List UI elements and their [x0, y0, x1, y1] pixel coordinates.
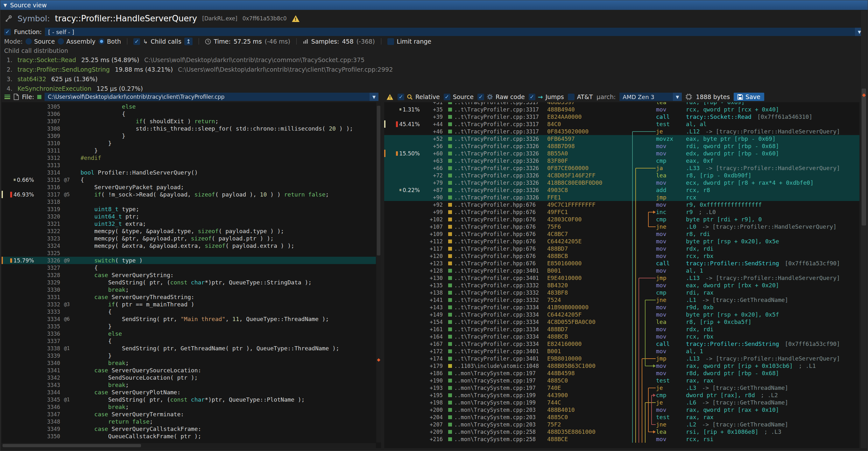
- source-line[interactable]: 3328 case ServerQueryString:: [2, 271, 376, 279]
- asm-source-location[interactable]: ..t\TracyProfiler.cpp:3326: [454, 136, 547, 142]
- asm-source-location[interactable]: ..mon\TracySystem.cpp:203: [454, 407, 547, 413]
- asm-source-location[interactable]: ..t\TracyProfiler.hpp:676: [454, 260, 547, 267]
- source-vertical-scrollbar[interactable]: ◆: [376, 102, 381, 442]
- source-line[interactable]: 3338@1 SendString( ptr, GetThreadName( p…: [2, 344, 376, 352]
- asm-source-location[interactable]: ..t\TracyProfiler.cpp:3326: [454, 165, 547, 171]
- source-line[interactable]: 3333 {: [2, 308, 376, 315]
- asm-row[interactable]: +135..t\TracyProfiler.cpp:33328B4320move…: [384, 281, 859, 289]
- asm-row[interactable]: +161..t\TracyProfiler.cpp:3334488BD7movr…: [384, 326, 859, 333]
- asm-source-location[interactable]: ..mon\TracySystem.cpp:258: [454, 436, 547, 442]
- asm-row[interactable]: +154..t\TracyProfiler.cpp:33344C8D055FBA…: [384, 318, 859, 326]
- source-line[interactable]: 3310 }: [2, 140, 376, 147]
- source-line[interactable]: 3309 }: [2, 132, 376, 140]
- source-line[interactable]: 3349 case ServerQueryCallstackFrame:: [2, 425, 376, 432]
- uarch-combo[interactable]: AMD Zen 3 ▼: [619, 93, 682, 101]
- limit-range-checkbox[interactable]: [388, 38, 394, 45]
- source-line[interactable]: 3318: [2, 198, 376, 205]
- asm-row[interactable]: +107..t\TracyProfiler.hpp:67675F6jne.L0-…: [384, 223, 859, 230]
- child-call-row[interactable]: 2.tracy::Profiler::SendLongString19.88 m…: [4, 65, 864, 74]
- source-toggle[interactable]: ✓ Source: [444, 93, 474, 100]
- function-combo[interactable]: [ - self - ] ▼: [45, 28, 864, 36]
- asm-row[interactable]: +52..t\TracyProfiler.cpp:33260FB64597mov…: [384, 135, 859, 142]
- source-line[interactable]: 3325: [2, 249, 376, 257]
- source-line[interactable]: 3312#endif: [2, 154, 376, 161]
- child-calls-checkbox[interactable]: ✓: [133, 38, 140, 45]
- child-call-name[interactable]: KeSynchronizeExecution: [18, 85, 91, 92]
- source-line[interactable]: 3342 SendSourceLocation( ptr );: [2, 374, 376, 381]
- asm-source-location[interactable]: ..t\TracyProfiler.cpp:3326: [454, 150, 547, 157]
- relative-toggle[interactable]: ✓ Relative: [398, 93, 440, 100]
- asm-source-location[interactable]: ..t\TracyProfiler.hpp:676: [454, 231, 547, 237]
- source-line[interactable]: 3311 }: [2, 147, 376, 154]
- asm-row[interactable]: 0.22%+87..t\TracyProfiler.cpp:33264903C8…: [384, 186, 859, 194]
- relative-checkbox[interactable]: ✓: [398, 94, 404, 100]
- att-checkbox[interactable]: [568, 94, 575, 100]
- asm-row[interactable]: +109..t\TracyProfiler.hpp:6764C8BC7movr8…: [384, 230, 859, 238]
- asm-row[interactable]: +56..t\TracyProfiler.cpp:3326488B7D98mov…: [384, 142, 859, 150]
- source-line[interactable]: 3340 break;: [2, 359, 376, 367]
- child-call-row[interactable]: 4.KeSynchronizeExecution125 μs (0.27%): [4, 84, 864, 92]
- source-line[interactable]: 3327 {: [2, 264, 376, 271]
- asm-row[interactable]: +92..t\TracyProfiler.hpp:67649C7C1FFFFFF…: [384, 201, 859, 208]
- asm-source-location[interactable]: ..t\TracyProfiler.cpp:3401: [454, 275, 547, 281]
- child-call-name[interactable]: stat64i32: [18, 76, 46, 83]
- asm-row[interactable]: +79..t\TracyProfiler.cpp:3326418B8C80E0B…: [384, 179, 859, 186]
- asm-row[interactable]: +117..t\TracyProfiler.hpp:676488BD7movrd…: [384, 245, 859, 252]
- asm-row[interactable]: +66..t\TracyProfiler.cpp:33260F87CE06000…: [384, 164, 859, 172]
- source-line[interactable]: 3319 uint8_t type;: [2, 205, 376, 213]
- source-line[interactable]: 3320 uint64_t ptr;: [2, 213, 376, 220]
- source-line[interactable]: 3329 SendString( ptr, (const char*)ptr, …: [2, 279, 376, 286]
- source-line[interactable]: 3323 memcpy( &ptr, &payload.ptr, sizeof(…: [2, 235, 376, 242]
- collapse-icon[interactable]: ▼: [3, 3, 7, 8]
- child-call-row[interactable]: 3.stat64i32625 μs (1.36%): [4, 74, 864, 84]
- asm-source-location[interactable]: ..mon\TracySystem.cpp:197: [454, 385, 547, 391]
- source-line[interactable]: 3324 memcpy( &extra, &payload.extra, siz…: [2, 242, 376, 249]
- asm-row[interactable]: +72..t\TracyProfiler.cpp:33264C8D05F146F…: [384, 172, 859, 179]
- asm-row[interactable]: +102..t\TracyProfiler.hpp:67642803C0F00c…: [384, 216, 859, 223]
- asm-source-location[interactable]: ..t\TracyProfiler.cpp:3401: [454, 348, 547, 355]
- asm-source-location[interactable]: ..t\TracyProfiler.cpp:3334: [454, 311, 547, 318]
- asm-source-location[interactable]: ..t\TracyProfiler.cpp:3401: [454, 268, 547, 274]
- source-line[interactable]: 3306 {: [2, 110, 376, 118]
- asm-source-location[interactable]: ..mon\TracySystem.cpp:197: [454, 378, 547, 384]
- window-vertical-scrollbar[interactable]: ◆: [861, 10, 867, 448]
- asm-source-location[interactable]: ..t\TracyProfiler.hpp:676: [454, 253, 547, 259]
- asm-row[interactable]: +63..t\TracyProfiler.cpp:332683F80Fcmpea…: [384, 157, 859, 164]
- asm-source-location[interactable]: ..t\TracyProfiler.cpp:3334: [454, 333, 547, 340]
- asm-row[interactable]: +164..t\TracyProfiler.cpp:3334488BCBmovr…: [384, 333, 859, 340]
- asm-row[interactable]: +112..t\TracyProfiler.hpp:676C64424205Em…: [384, 238, 859, 245]
- source-line[interactable]: 3335 }: [2, 323, 376, 330]
- source-line[interactable]: 3339 }: [2, 352, 376, 359]
- chevron-down-icon[interactable]: ▼: [370, 93, 378, 101]
- asm-row[interactable]: +190..mon\TracySystem.cpp:1974885C0testr…: [384, 377, 859, 384]
- asm-source-location[interactable]: ..t\TracyProfiler.cpp:3317: [454, 107, 547, 113]
- source-line[interactable]: 3345@1 SendString( ptr, (const char*)ptr…: [2, 396, 376, 403]
- child-call-name[interactable]: tracy::Profiler::SendLongString: [18, 66, 110, 73]
- asm-source-location[interactable]: ..t\TracyProfiler.cpp:3326: [454, 158, 547, 164]
- asm-source-location[interactable]: ..t\TracyProfiler.hpp:676: [454, 216, 547, 222]
- asm-source-location[interactable]: ..t\TracyProfiler.cpp:3326: [454, 194, 547, 201]
- asm-source-location[interactable]: ..t\TracyProfiler.hpp:676: [454, 238, 547, 245]
- scrollbar-thumb[interactable]: [3, 444, 141, 447]
- asm-source-location[interactable]: ..mon\TracySystem.cpp:199: [454, 392, 547, 398]
- asm-row[interactable]: +99..t\TracyProfiler.hpp:67649FFC1incr9;…: [384, 208, 859, 216]
- asm-row[interactable]: +141..t\TracyProfiler.cpp:33327524jne.L1…: [384, 296, 859, 304]
- jumps-checkbox[interactable]: ✓: [529, 94, 535, 100]
- source-line[interactable]: 3330 break;: [2, 286, 376, 293]
- source-line[interactable]: 3314bool Profiler::HandleServerQuery(): [2, 169, 376, 176]
- asm-source-location[interactable]: ..t\TracyProfiler.cpp:3332: [454, 297, 547, 303]
- asm-source-location[interactable]: ..mon\TracySystem.cpp:197: [454, 370, 547, 377]
- radio-source[interactable]: Source: [26, 38, 55, 45]
- asm-source-location[interactable]: ..1103\include\atomic:1048: [454, 363, 547, 369]
- asm-row[interactable]: +174..t\TracyProfiler.cpp:3401E9B8010000…: [384, 355, 859, 362]
- asm-source-location[interactable]: ..t\TracyProfiler.cpp:3332: [454, 290, 547, 296]
- asm-row[interactable]: +195..mon\TracySystem.cpp:199443900cmpdw…: [384, 391, 859, 399]
- asm-row[interactable]: +31..t\TracyProfiler.cpp:3317488D5597lea…: [384, 102, 859, 106]
- asm-row[interactable]: +167..t\TracyProfiler.cpp:3334E824160000…: [384, 340, 859, 348]
- raw-code-checkbox[interactable]: ✓: [477, 94, 484, 100]
- asm-row[interactable]: +216..mon\TracySystem.cpp:258488BCEmovrc…: [384, 435, 859, 443]
- asm-row[interactable]: +179..1103\include\atomic:1048488B05B63C…: [384, 362, 859, 369]
- att-toggle[interactable]: AT&T: [568, 93, 593, 100]
- asm-row[interactable]: +204..mon\TracySystem.cpp:2034885C0testr…: [384, 413, 859, 421]
- source-line[interactable]: 3316 ServerQueryPacket payload;: [2, 183, 376, 191]
